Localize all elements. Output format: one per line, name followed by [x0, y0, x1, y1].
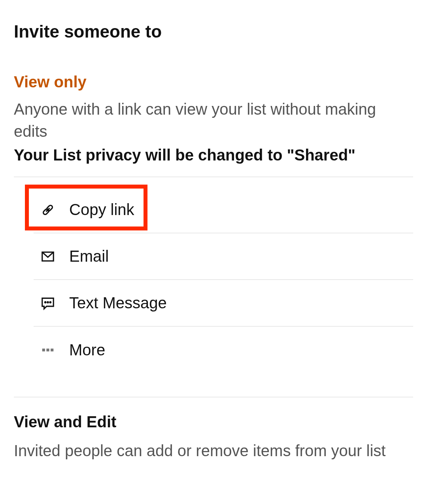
svg-rect-7	[42, 349, 45, 351]
svg-point-6	[50, 302, 51, 303]
privacy-note: Your List privacy will be changed to "Sh…	[14, 146, 413, 164]
email-option[interactable]: Email	[34, 233, 413, 280]
copy-link-label: Copy link	[69, 201, 134, 219]
svg-point-4	[45, 302, 46, 303]
more-icon	[39, 342, 57, 357]
svg-point-5	[47, 302, 49, 303]
page-title: Invite someone to	[14, 22, 413, 42]
view-edit-label: View and Edit	[14, 413, 413, 431]
more-option[interactable]: More	[34, 327, 413, 373]
link-icon	[39, 202, 57, 217]
email-label: Email	[69, 247, 109, 265]
share-options-list: Copy link Email Text Message	[34, 187, 413, 373]
svg-rect-8	[46, 349, 49, 351]
view-and-edit-section: View and Edit Invited people can add or …	[14, 413, 413, 462]
divider	[14, 177, 413, 177]
divider	[14, 397, 413, 397]
view-only-description: Anyone with a link can view your list wi…	[14, 98, 413, 142]
text-message-option[interactable]: Text Message	[34, 280, 413, 327]
svg-rect-9	[51, 349, 53, 351]
view-only-section: View only Anyone with a link can view yo…	[14, 73, 413, 164]
view-only-label: View only	[14, 73, 413, 91]
more-label: More	[69, 341, 105, 359]
view-edit-description: Invited people can add or remove items f…	[14, 440, 413, 462]
email-icon	[39, 249, 57, 264]
text-message-label: Text Message	[69, 294, 167, 312]
copy-link-option[interactable]: Copy link	[34, 187, 413, 233]
text-message-icon	[39, 296, 57, 311]
